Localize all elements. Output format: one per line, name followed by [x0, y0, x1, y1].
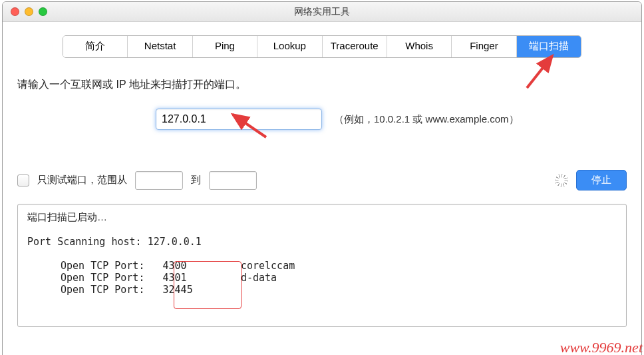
port-lines: Open TCP Port: 4300 corelccamOpen TCP Po… [27, 260, 617, 296]
tab-简介[interactable]: 简介 [63, 36, 128, 57]
range-from-input[interactable] [135, 171, 183, 190]
tab-traceroute[interactable]: Traceroute [323, 36, 387, 57]
window-title: 网络实用工具 [3, 6, 641, 18]
tab-whois[interactable]: Whois [387, 36, 452, 57]
port-range-row: 只测试端口，范围从 到 停止 [17, 170, 627, 190]
app-window: 网络实用工具 简介NetstatPingLookupTracerouteWhoi… [2, 1, 642, 355]
tab-netstat[interactable]: Netstat [128, 36, 192, 57]
range-to-input[interactable] [209, 171, 257, 190]
host-prefix: Port Scanning host: [27, 236, 148, 248]
tab-端口扫描[interactable]: 端口扫描 [517, 36, 581, 57]
tab-ping[interactable]: Ping [193, 36, 257, 57]
prompt-text: 请输入一个互联网或 IP 地址来扫描打开的端口。 [17, 78, 627, 92]
result-status: 端口扫描已启动… [27, 211, 617, 224]
watermark: www.9969.net [560, 339, 643, 355]
result-output: 端口扫描已启动… Port Scanning host: 127.0.0.1 O… [17, 204, 627, 327]
result-host-line: Port Scanning host: 127.0.0.1 [27, 236, 617, 248]
port-line: Open TCP Port: 4301 d-data [27, 272, 617, 284]
only-ports-label: 只测试端口，范围从 [37, 174, 127, 186]
port-line: Open TCP Port: 4300 corelccam [27, 260, 617, 272]
only-ports-checkbox[interactable] [17, 175, 29, 186]
address-row: （例如，10.0.2.1 或 www.example.com） [156, 109, 627, 130]
address-hint: （例如，10.0.2.1 或 www.example.com） [334, 113, 519, 126]
content-area: 请输入一个互联网或 IP 地址来扫描打开的端口。 （例如，10.0.2.1 或 … [3, 58, 641, 355]
loading-spinner-icon [555, 174, 568, 187]
tab-lookup[interactable]: Lookup [257, 36, 322, 57]
tab-finger[interactable]: Finger [452, 36, 516, 57]
stop-button[interactable]: 停止 [576, 170, 627, 190]
tab-bar: 简介NetstatPingLookupTracerouteWhoisFinger… [63, 35, 581, 58]
title-bar: 网络实用工具 [3, 2, 641, 22]
address-box [156, 109, 322, 130]
to-label: 到 [191, 174, 201, 186]
host-value: 127.0.0.1 [148, 236, 202, 248]
address-input[interactable] [156, 109, 322, 130]
port-line: Open TCP Port: 32445 [27, 284, 617, 296]
